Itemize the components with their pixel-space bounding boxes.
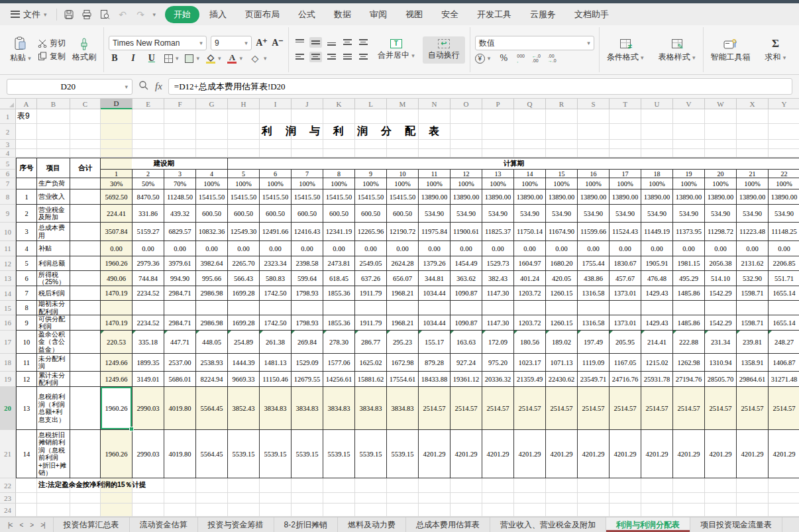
value-cell[interactable]: 11150.46 (260, 372, 292, 387)
cell[interactable] (196, 149, 228, 158)
value-cell[interactable]: 17554.61 (387, 372, 419, 387)
value-cell[interactable]: 1485.86 (673, 315, 705, 331)
justify-button[interactable] (341, 52, 354, 62)
total-cell[interactable] (70, 387, 101, 430)
column-header-Y[interactable]: Y (769, 99, 799, 109)
cell[interactable] (514, 478, 546, 493)
total-cell[interactable] (70, 241, 101, 256)
value-cell[interactable]: 4019.80 (164, 387, 196, 430)
value-cell[interactable]: 11599.66 (578, 223, 610, 241)
value-cell[interactable]: 0.00 (133, 241, 164, 256)
cell[interactable] (355, 109, 387, 124)
item-label-cell[interactable]: 营业收入 (37, 189, 70, 205)
value-cell[interactable]: 0.00 (101, 241, 133, 256)
value-cell[interactable]: 13890.00 (673, 189, 705, 205)
item-label-cell[interactable]: 期初未分配利润 (37, 301, 70, 315)
value-cell[interactable]: 879.28 (419, 354, 451, 372)
seq-cell[interactable]: 12 (16, 372, 37, 387)
cell[interactable] (737, 109, 769, 124)
value-cell[interactable]: 5539.15 (323, 430, 355, 478)
total-cell[interactable] (70, 430, 101, 478)
cell[interactable] (419, 109, 451, 124)
cell[interactable] (419, 140, 451, 149)
conditional-format-button[interactable]: ≠ 条件格式 ▾ (604, 36, 647, 64)
value-cell[interactable]: 534.90 (769, 205, 799, 223)
align-middle-button[interactable] (309, 37, 322, 48)
value-cell[interactable]: 100% (419, 178, 451, 189)
item-label-cell[interactable]: 未分配利润 (37, 354, 70, 372)
decrease-decimal-button[interactable]: .00→.0 (548, 54, 557, 63)
value-cell[interactable]: 975.20 (482, 354, 514, 372)
value-cell[interactable]: 439.32 (164, 205, 196, 223)
cell[interactable] (546, 109, 578, 124)
cell[interactable] (705, 149, 737, 158)
total-cell[interactable] (70, 178, 101, 189)
formula-input[interactable]: =D12+总成本费用估算表!D20 (168, 78, 792, 95)
menu-tab-开发工具[interactable]: 开发工具 (468, 6, 520, 23)
value-cell[interactable]: 2514.57 (578, 387, 610, 430)
value-cell[interactable]: 23549.71 (578, 372, 610, 387)
cell[interactable] (260, 478, 292, 493)
cell[interactable] (419, 478, 451, 493)
value-cell[interactable]: 269.84 (292, 331, 323, 354)
cell[interactable] (37, 493, 70, 504)
cell[interactable] (164, 149, 196, 158)
value-cell[interactable]: 927.24 (451, 354, 482, 372)
cell[interactable] (133, 493, 164, 504)
cell[interactable] (133, 149, 164, 158)
value-cell[interactable]: 18433.88 (419, 372, 451, 387)
value-cell[interactable]: 656.07 (387, 271, 419, 286)
cell[interactable] (292, 140, 323, 149)
value-cell[interactable] (164, 301, 196, 315)
column-header-X[interactable]: X (737, 99, 769, 109)
cell[interactable] (514, 149, 546, 158)
value-cell[interactable]: 100% (641, 178, 673, 189)
cell[interactable] (387, 149, 419, 158)
cell[interactable] (323, 504, 355, 517)
header-total-cell[interactable]: 合计 (70, 158, 101, 178)
menu-tab-开始[interactable]: 开始 (165, 6, 199, 23)
cell[interactable] (546, 140, 578, 149)
value-cell[interactable]: 11223.48 (737, 223, 769, 241)
value-cell[interactable]: 21359.49 (514, 372, 546, 387)
column-header-Q[interactable]: Q (514, 99, 546, 109)
cell[interactable] (482, 493, 514, 504)
value-cell[interactable]: 0.00 (482, 241, 514, 256)
cell[interactable] (355, 493, 387, 504)
value-cell[interactable] (737, 301, 769, 315)
value-cell[interactable]: 224.41 (101, 205, 133, 223)
cell[interactable] (355, 149, 387, 158)
value-cell[interactable]: 534.90 (705, 205, 737, 223)
value-cell[interactable]: 1830.67 (610, 256, 641, 271)
value-cell[interactable]: 1542.29 (705, 286, 737, 301)
cell[interactable] (387, 140, 419, 149)
cell[interactable] (355, 140, 387, 149)
row-header-14[interactable]: 14 (0, 286, 16, 301)
value-cell[interactable]: 2984.71 (164, 286, 196, 301)
value-cell[interactable]: 2206.85 (769, 256, 799, 271)
value-cell[interactable]: 13890.00 (451, 189, 482, 205)
borders-button[interactable]: ▾ (164, 54, 179, 63)
cell[interactable] (769, 124, 799, 140)
table-style-button[interactable]: ✎ 表格样式 ▾ (656, 36, 698, 64)
sheet-tab-流动资金估算[interactable]: 流动资金估算 (130, 517, 198, 532)
row-header-12[interactable]: 12 (0, 256, 16, 271)
save-icon[interactable] (64, 9, 75, 20)
value-cell[interactable]: 600.50 (355, 205, 387, 223)
cell[interactable] (641, 140, 673, 149)
value-cell[interactable]: 5692.50 (101, 189, 133, 205)
cell[interactable] (673, 478, 705, 493)
total-cell[interactable] (70, 223, 101, 241)
value-cell[interactable]: 0.00 (355, 241, 387, 256)
value-cell[interactable]: 1529.73 (482, 256, 514, 271)
value-cell[interactable]: 534.90 (419, 205, 451, 223)
seq-cell[interactable]: 11 (16, 354, 37, 372)
font-size-select[interactable]: 9 ▾ (211, 36, 252, 50)
value-cell[interactable]: 1023.17 (514, 354, 546, 372)
value-cell[interactable]: 13890.00 (482, 189, 514, 205)
value-cell[interactable]: 100% (387, 178, 419, 189)
menu-tab-页面布局[interactable]: 页面布局 (237, 6, 288, 23)
value-cell[interactable]: 100% (260, 178, 292, 189)
value-cell[interactable]: 163.63 (451, 331, 482, 354)
value-cell[interactable]: 248.27 (769, 331, 799, 354)
